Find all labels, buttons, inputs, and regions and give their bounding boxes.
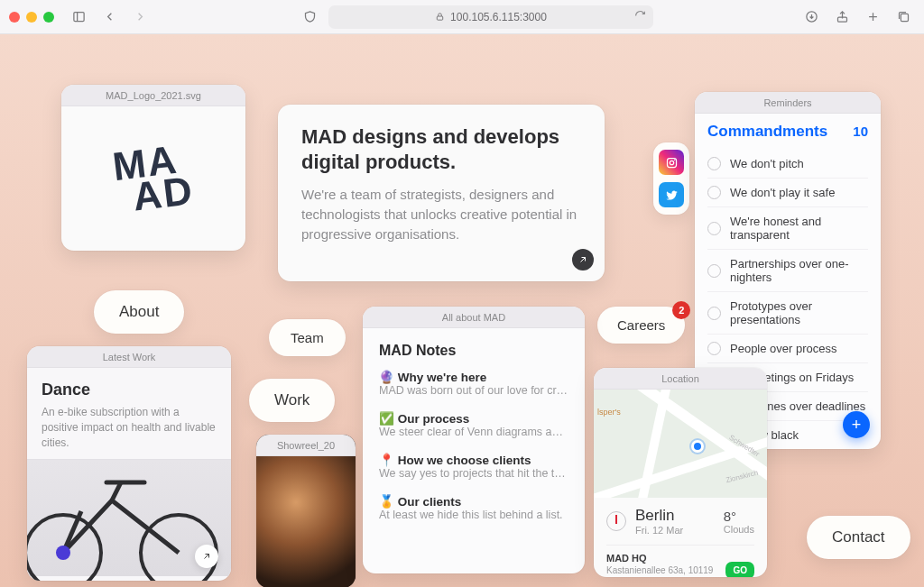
reminder-label: We don't play it safe	[730, 186, 835, 199]
about-button[interactable]: About	[94, 290, 184, 334]
svg-point-6	[670, 161, 673, 164]
note-title: 🔮 Why we're here	[379, 370, 568, 384]
note-desc: MAD was born out of our love for creatin…	[379, 384, 568, 397]
reload-icon[interactable]	[634, 10, 646, 24]
note-item[interactable]: 📍 How we choose clientsWe say yes to pro…	[379, 453, 568, 480]
location-card[interactable]: Location lsper's Schwedter Zionskirch Be…	[594, 368, 767, 577]
map-image: lsper's Schwedter Zionskirch	[594, 390, 767, 498]
new-tab-icon[interactable]	[861, 6, 884, 28]
expand-icon[interactable]	[572, 249, 594, 271]
latest-work-desc: An e-bike subscription with a positive i…	[42, 405, 217, 450]
svg-point-7	[674, 159, 675, 160]
checkbox-icon[interactable]	[707, 222, 721, 235]
hq-name: MAD HQ	[606, 553, 725, 565]
browser-toolbar: 100.105.6.115:3000	[0, 0, 924, 34]
notes-header: All about MAD	[363, 307, 585, 328]
lock-icon	[435, 12, 445, 22]
logo-card[interactable]: MAD_Logo_2021.svg MAAD	[61, 85, 245, 251]
svg-rect-4	[901, 14, 908, 21]
downloads-icon[interactable]	[799, 6, 823, 28]
svg-point-10	[56, 546, 70, 560]
checkbox-icon[interactable]	[707, 342, 721, 355]
reminder-item[interactable]: People over process	[707, 335, 868, 363]
reminder-label: Prototypes over presentations	[730, 299, 868, 326]
forward-button[interactable]	[128, 6, 152, 28]
note-title: ✅ Our process	[379, 411, 568, 426]
map-poi-label: lsper's	[597, 408, 621, 417]
note-desc: We say yes to projects that hit the trif…	[379, 467, 568, 480]
window-controls	[9, 12, 54, 23]
sidebar-toggle-icon[interactable]	[67, 6, 90, 28]
intro-body: We're a team of strategists, designers a…	[301, 185, 581, 243]
reminder-item[interactable]: Prototypes over presentations	[707, 292, 868, 335]
expand-icon[interactable]	[195, 545, 218, 568]
instagram-icon[interactable]	[659, 150, 684, 175]
map-pin-icon	[691, 440, 704, 453]
careers-label: Careers	[617, 317, 665, 333]
shield-icon[interactable]	[298, 6, 321, 28]
showreel-header: Showreel_20	[256, 435, 356, 456]
intro-title: MAD designs and develops digital product…	[301, 124, 581, 174]
latest-work-header: Latest Work	[27, 346, 231, 368]
reminders-title: Commandments	[707, 123, 827, 141]
note-desc: At least we hide this list behind a list…	[379, 509, 568, 521]
note-item[interactable]: ✅ Our processWe steer clear of Venn diag…	[379, 411, 568, 438]
hq-address: Kastanienallee 63a, 10119 Berlin	[606, 565, 725, 577]
reminder-label: We don't pitch	[730, 157, 804, 170]
location-city: Berlin	[635, 507, 683, 525]
url-text: 100.105.6.115:3000	[450, 11, 547, 23]
back-button[interactable]	[97, 6, 121, 28]
go-button[interactable]: GO	[725, 562, 754, 577]
checkbox-icon[interactable]	[707, 264, 721, 278]
work-button[interactable]: Work	[249, 379, 335, 422]
location-header: Location	[594, 368, 767, 390]
notes-card: All about MAD MAD Notes 🔮 Why we're here…	[363, 307, 585, 573]
reminder-item[interactable]: We don't play it safe	[707, 179, 868, 207]
intro-card: MAD designs and develops digital product…	[278, 105, 605, 281]
maximize-window-button[interactable]	[43, 12, 54, 23]
reminder-item[interactable]: We don't pitch	[707, 150, 868, 179]
team-button[interactable]: Team	[269, 319, 346, 356]
checkbox-icon[interactable]	[707, 157, 721, 170]
note-desc: We steer clear of Venn diagrams and pro…	[379, 426, 568, 438]
close-window-button[interactable]	[9, 12, 20, 23]
reminder-label: We're honest and transparent	[730, 215, 868, 242]
tab-overview-icon[interactable]	[892, 6, 915, 28]
latest-work-card[interactable]: Latest Work Dance An e-bike subscription…	[27, 346, 231, 581]
checkbox-icon[interactable]	[707, 307, 721, 320]
latest-work-title: Dance	[42, 381, 217, 399]
notes-title: MAD Notes	[379, 343, 568, 359]
note-item[interactable]: 🏅 Our clientsAt least we hide this list …	[379, 494, 568, 521]
minimize-window-button[interactable]	[26, 12, 37, 23]
page-canvas: MAD_Logo_2021.svg MAAD MAD designs and d…	[0, 34, 924, 587]
add-reminder-button[interactable]: +	[843, 411, 870, 438]
careers-badge: 2	[672, 301, 690, 319]
svg-rect-0	[73, 13, 83, 22]
reminders-count: 10	[853, 124, 868, 139]
showreel-thumbnail	[256, 456, 356, 587]
logo-card-header: MAD_Logo_2021.svg	[61, 85, 245, 106]
careers-button[interactable]: Careers 2	[597, 307, 685, 344]
share-icon[interactable]	[830, 6, 854, 28]
reminder-label: Partnerships over one-nighters	[730, 257, 868, 284]
address-bar[interactable]: 100.105.6.115:3000	[328, 5, 653, 29]
checkbox-icon[interactable]	[707, 186, 721, 199]
contact-button[interactable]: Contact	[807, 516, 910, 559]
location-conditions: Clouds	[724, 524, 754, 535]
logo-image: MAAD	[61, 106, 245, 251]
social-links	[653, 142, 689, 215]
note-title: 📍 How we choose clients	[379, 453, 568, 467]
showreel-card[interactable]: Showreel_20	[256, 435, 356, 587]
location-temp: 8°	[724, 509, 754, 524]
reminders-header: Reminders	[695, 92, 881, 114]
note-title: 🏅 Our clients	[379, 494, 568, 509]
twitter-icon[interactable]	[659, 182, 684, 207]
map-street-label: Zionskirch	[725, 469, 759, 485]
location-date: Fri. 12 Mar	[635, 525, 683, 536]
compass-icon	[606, 511, 626, 531]
note-item[interactable]: 🔮 Why we're hereMAD was born out of our …	[379, 370, 568, 397]
reminder-label: People over process	[730, 342, 837, 355]
reminder-item[interactable]: We're honest and transparent	[707, 207, 868, 250]
reminder-item[interactable]: Partnerships over one-nighters	[707, 250, 868, 292]
svg-rect-1	[437, 16, 442, 20]
